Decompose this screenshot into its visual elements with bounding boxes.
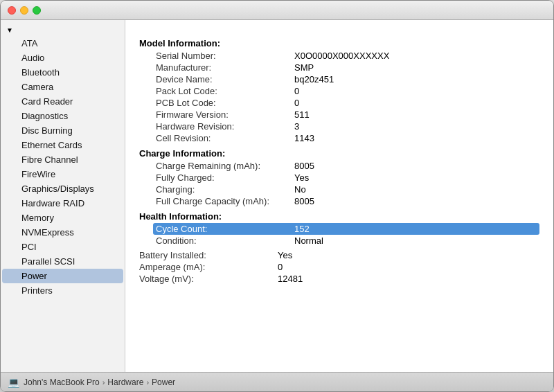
info-value: 511 [294, 109, 310, 120]
sidebar-item-power[interactable]: Power [2, 269, 123, 283]
info-label: Voltage (mV): [139, 274, 278, 284]
info-value: 3 [294, 121, 299, 132]
section-label: Model Information: [139, 38, 539, 48]
minimize-button[interactable] [20, 6, 28, 15]
breadcrumb-part-1: John's MacBook Pro [24, 377, 100, 387]
sidebar-item-audio[interactable]: Audio [2, 51, 123, 65]
main-window: ▼ ATAAudioBluetoothCameraCard ReaderDiag… [0, 0, 554, 392]
info-label: PCB Lot Code: [156, 98, 294, 108]
info-row: Charge Remaining (mAh):8005 [139, 160, 539, 172]
info-label: Fully Charged: [156, 172, 294, 183]
info-value: 0 [294, 86, 299, 96]
info-value: 8005 [294, 196, 314, 206]
info-row: Cell Revision:1143 [139, 132, 539, 144]
section-label: Health Information: [139, 211, 539, 222]
info-value: 8005 [294, 161, 314, 171]
info-label: Condition: [156, 235, 294, 246]
info-label: Charge Remaining (mAh): [156, 161, 294, 171]
sidebar-item-fibre-channel[interactable]: Fibre Channel [2, 152, 123, 167]
info-label: Firmware Version: [156, 109, 294, 120]
info-label: Full Charge Capacity (mAh): [156, 196, 294, 206]
sidebar-item-nvmexpress[interactable]: NVMExpress [2, 225, 123, 240]
sidebar-item-card-reader[interactable]: Card Reader [2, 94, 123, 109]
info-label: Cell Revision: [156, 133, 294, 143]
info-value: 1143 [294, 133, 314, 143]
info-label: Serial Number: [156, 51, 294, 61]
traffic-lights [8, 6, 41, 15]
info-value: Yes [278, 250, 292, 260]
sidebar-item-ethernet-cards[interactable]: Ethernet Cards [2, 138, 123, 152]
info-row: Pack Lot Code:0 [139, 85, 539, 97]
content-area: ▼ ATAAudioBluetoothCameraCard ReaderDiag… [1, 20, 553, 372]
info-row: Firmware Version:511 [139, 109, 539, 121]
sidebar: ▼ ATAAudioBluetoothCameraCard ReaderDiag… [1, 20, 125, 372]
sidebar-items-container: ATAAudioBluetoothCameraCard ReaderDiagno… [1, 36, 125, 298]
info-label: Amperage (mA): [139, 262, 278, 272]
sidebar-item-diagnostics[interactable]: Diagnostics [2, 109, 123, 123]
maximize-button[interactable] [33, 6, 41, 15]
main-panel: Model Information:Serial Number:X0O0000X… [125, 20, 553, 372]
sidebar-item-pci[interactable]: PCI [2, 240, 123, 254]
info-section: Charge Information:Charge Remaining (mAh… [139, 148, 539, 207]
info-section: Health Information:Cycle Count:152Condit… [139, 211, 539, 247]
info-row: Manufacturer:SMP [139, 62, 539, 73]
titlebar [1, 1, 553, 20]
breadcrumb: John's MacBook Pro › Hardware › Power [24, 377, 175, 387]
info-row: Full Charge Capacity (mAh):8005 [139, 195, 539, 207]
info-row: Hardware Revision:3 [139, 121, 539, 132]
sidebar-item-ata[interactable]: ATA [2, 36, 123, 51]
info-label: Device Name: [156, 74, 294, 84]
info-label: Manufacturer: [156, 62, 294, 73]
info-value: Normal [294, 235, 323, 246]
main-content: Model Information:Serial Number:X0O0000X… [139, 38, 539, 285]
info-row: Voltage (mV):12481 [139, 273, 539, 285]
info-row: Amperage (mA):0 [139, 261, 539, 273]
info-row: Cycle Count:152 [153, 223, 539, 235]
section-label: Charge Information: [139, 148, 539, 159]
sidebar-item-firewire[interactable]: FireWire [2, 167, 123, 181]
info-label: Battery Installed: [139, 250, 278, 260]
info-value: Yes [294, 172, 309, 183]
info-row: Device Name:bq20z451 [139, 73, 539, 85]
info-value: 0 [294, 98, 299, 108]
sidebar-item-camera[interactable]: Camera [2, 80, 123, 94]
sidebar-item-parallel-scsi[interactable]: Parallel SCSI [2, 254, 123, 269]
info-label: Pack Lot Code: [156, 86, 294, 96]
sidebar-item-memory[interactable]: Memory [2, 211, 123, 225]
info-row: Charging:No [139, 184, 539, 195]
breadcrumb-arrow-2: › [146, 378, 149, 386]
sidebar-item-printers[interactable]: Printers [2, 283, 123, 298]
info-row: Fully Charged:Yes [139, 172, 539, 184]
breadcrumb-part-3: Power [152, 377, 175, 387]
info-label: Hardware Revision: [156, 121, 294, 132]
info-label: Cycle Count: [156, 224, 294, 234]
breadcrumb-part-2: Hardware [107, 377, 143, 387]
sidebar-hardware-section[interactable]: ▼ [1, 24, 125, 36]
info-row: Serial Number:X0O0000X000XXXXXX [139, 50, 539, 62]
sidebar-item-disc-burning[interactable]: Disc Burning [2, 123, 123, 138]
info-value: 152 [294, 224, 310, 234]
sidebar-item-graphics-displays[interactable]: Graphics/Displays [2, 181, 123, 196]
info-value: No [294, 184, 306, 195]
info-value: X0O0000X000XXXXXX [294, 51, 389, 61]
computer-icon: 💻 [8, 377, 19, 388]
close-button[interactable] [8, 6, 16, 15]
info-value: 12481 [278, 274, 303, 284]
info-row: Battery Installed:Yes [139, 249, 539, 261]
info-value: 0 [278, 262, 283, 272]
info-section: Model Information:Serial Number:X0O0000X… [139, 38, 539, 144]
info-label: Charging: [156, 184, 294, 195]
sidebar-item-hardware-raid[interactable]: Hardware RAID [2, 196, 123, 211]
info-row: Condition:Normal [139, 235, 539, 247]
statusbar: 💻 John's MacBook Pro › Hardware › Power [1, 372, 553, 391]
info-value: SMP [294, 62, 314, 73]
info-value: bq20z451 [294, 74, 334, 84]
collapse-triangle-icon: ▼ [6, 26, 13, 34]
breadcrumb-arrow-1: › [102, 378, 105, 386]
info-row: PCB Lot Code:0 [139, 97, 539, 109]
sidebar-item-bluetooth[interactable]: Bluetooth [2, 65, 123, 80]
